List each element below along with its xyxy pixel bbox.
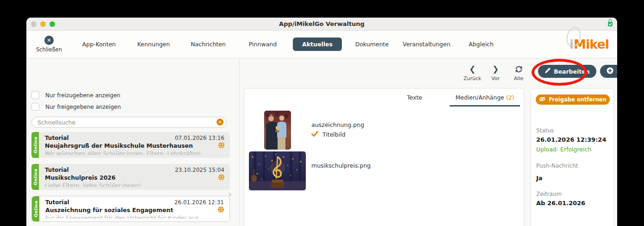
- imikel-logo: iMikel: [570, 31, 609, 58]
- chevron-left-icon: ❮: [469, 64, 476, 74]
- filter-row-freigegebene: Nur freigegebene anzeigen: [31, 101, 121, 113]
- filter-checkboxes: Nur freizugebene anzeigen Nur freigegebe…: [31, 89, 121, 113]
- back-button[interactable]: ❮ Zurück: [462, 64, 483, 82]
- screenshot-stage: App/iMikelGo Verwaltung ✕ Schließen App-…: [0, 0, 644, 226]
- push-value: Ja: [536, 175, 543, 182]
- nav-tab-veranstaltungen[interactable]: Veranstaltungen: [399, 38, 454, 50]
- news-list: Online Tutorial 07.01.2026 13:16 Neujahr…: [31, 132, 230, 222]
- quick-search: ✕: [31, 117, 227, 128]
- media-filename: musikschulpreis.png: [311, 162, 371, 169]
- content-area: Nur freizugebene anzeigen Nur freigegebe…: [26, 58, 617, 226]
- status-label: Status: [536, 127, 554, 134]
- pencil-icon: [545, 68, 551, 75]
- filter-label: Nur freizugebene anzeigen: [45, 92, 120, 99]
- main-nav: ✕ Schließen App-Konten Kennungen Nachric…: [26, 31, 617, 58]
- item-datetime: 26.01.2026 12:31: [174, 199, 224, 206]
- online-status-bar: Online: [31, 132, 39, 158]
- selected-item-chevron-icon: ›: [228, 189, 232, 199]
- window-controls: [31, 21, 55, 27]
- item-preview: Wir wünschen allen Schüler:innen, Eltern…: [45, 150, 224, 155]
- nav-close-button[interactable]: ✕ Schließen: [26, 31, 72, 58]
- close-circle-icon: ✕: [44, 36, 54, 45]
- forward-button[interactable]: ❯ Vor: [485, 64, 506, 82]
- close-window-button[interactable]: [31, 21, 37, 27]
- nav-tab-nachrichten[interactable]: Nachrichten: [181, 38, 235, 50]
- tab-texte[interactable]: Texte: [379, 94, 450, 107]
- nav-tab-pinnwand[interactable]: Pinnwand: [235, 38, 290, 50]
- detail-tabs: Texte Medien/Anhänge (2): [244, 88, 524, 107]
- lock-icon: [607, 18, 614, 30]
- nav-tab-abgleich[interactable]: Abgleich: [454, 38, 508, 50]
- tab-medien-anhaenge[interactable]: Medien/Anhänge (2): [450, 94, 520, 107]
- app-window: App/iMikelGo Verwaltung ✕ Schließen App-…: [26, 18, 617, 226]
- filter-label: Nur freigegebene anzeigen: [45, 104, 121, 110]
- checkbox-freizugebene[interactable]: [31, 91, 39, 99]
- title-bar: App/iMikelGo Verwaltung: [26, 18, 617, 31]
- globe-icon: [218, 141, 224, 150]
- record-toolbar: ❮ Zurück ❯ Vor A: [462, 64, 617, 82]
- detail-card: Texte Medien/Anhänge (2): [244, 88, 524, 226]
- nav-tab-kennungen[interactable]: Kennungen: [126, 38, 181, 50]
- item-title: Musikschulpreis 2026: [45, 174, 116, 181]
- nav-tab-aktuelles[interactable]: Aktuelles: [290, 38, 345, 51]
- upload-status: Upload: Erfolgreich: [536, 146, 591, 153]
- media-filename: auszeichnung.png: [311, 121, 364, 128]
- item-category: Tutorial: [45, 199, 69, 206]
- edit-button[interactable]: Bearbeiten: [538, 65, 596, 78]
- status-value: 26.01.2026 12:39:24: [536, 136, 606, 143]
- push-label: Push-Nachricht: [536, 163, 578, 169]
- filter-row-freizugebene: Nur freizugebene anzeigen: [31, 89, 121, 101]
- list-item-selected[interactable]: Online Tutorial 26.01.2026 12:31 Auszeic…: [31, 196, 230, 222]
- item-title: Auszeichnung für soziales Engagement: [45, 207, 173, 213]
- new-button[interactable]: Neu: [600, 65, 617, 78]
- media-count-badge: (2): [506, 94, 514, 101]
- item-title: Neujahrsgruß der Musikschule Musterhause…: [45, 142, 193, 149]
- nav-tab-app-konten[interactable]: App-Konten: [72, 38, 126, 50]
- titelbild-flag: Titelbild: [311, 131, 346, 138]
- panel-divider: [239, 58, 240, 226]
- refresh-icon: [514, 64, 523, 74]
- online-status-bar: Online: [31, 164, 39, 190]
- checkbox-freigegebene[interactable]: [31, 103, 39, 111]
- plus-circle-icon: [607, 67, 613, 75]
- period-value: Ab 26.01.2026: [536, 200, 585, 207]
- search-clear-icon[interactable]: ✕: [217, 119, 223, 126]
- item-preview: Liebe Eltern, liebe Schüler:innen!: [45, 182, 224, 187]
- media-thumbnail-musikschulpreis[interactable]: [249, 151, 306, 190]
- nav-tabs: App-Konten Kennungen Nachrichten Pinnwan…: [72, 31, 508, 58]
- item-category: Tutorial: [45, 167, 69, 173]
- item-datetime: 23.10.2025 15:04: [175, 167, 224, 173]
- item-preview: Für ihr Engagement für den Unterricht fü…: [45, 214, 224, 219]
- nav-tab-dokumente[interactable]: Dokumente: [345, 38, 399, 50]
- search-input[interactable]: [31, 117, 227, 128]
- globe-icon: [218, 206, 224, 214]
- chevron-right-icon: ❯: [492, 64, 499, 74]
- nav-close-label: Schließen: [36, 46, 62, 53]
- status-panel: Freigabe entfernen Status 26.01.2026 12:…: [531, 88, 614, 226]
- eye-slash-icon: [539, 96, 545, 103]
- list-item[interactable]: Online Tutorial 23.10.2025 15:04 Musiksc…: [31, 164, 230, 190]
- item-datetime: 07.01.2026 13:16: [175, 135, 224, 141]
- list-item[interactable]: Online Tutorial 07.01.2026 13:16 Neujahr…: [31, 132, 230, 158]
- check-icon: [311, 131, 318, 138]
- reload-all-button[interactable]: Alle: [508, 64, 529, 82]
- remove-release-button[interactable]: Freigabe entfernen: [536, 94, 610, 105]
- globe-icon: [218, 173, 224, 182]
- window-title: App/iMikelGo Verwaltung: [279, 20, 365, 27]
- online-status-bar: Online: [32, 196, 39, 221]
- media-thumbnail-auszeichnung[interactable]: [264, 111, 291, 150]
- period-label: Zeitraum: [536, 191, 562, 197]
- zoom-window-button[interactable]: [50, 21, 55, 27]
- minimize-window-button[interactable]: [40, 21, 46, 27]
- item-category: Tutorial: [45, 135, 69, 141]
